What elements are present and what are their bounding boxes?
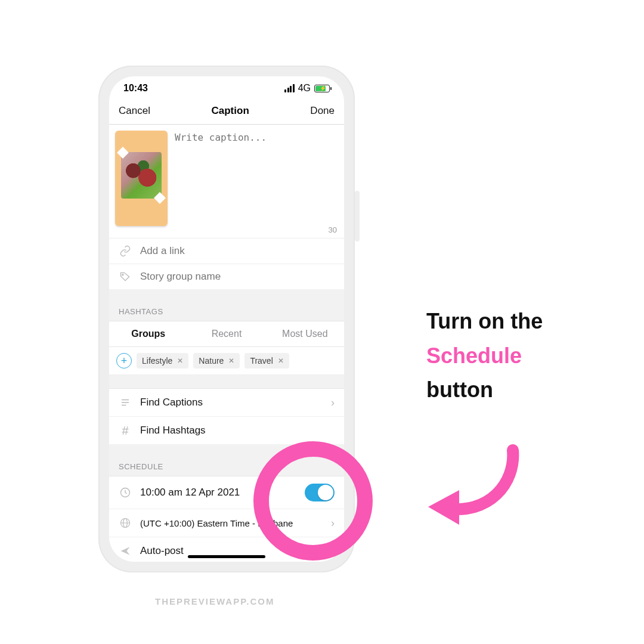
callout-highlight: Schedule bbox=[426, 343, 522, 368]
callout-line: button bbox=[426, 377, 493, 402]
tab-recent[interactable]: Recent bbox=[187, 321, 265, 346]
status-bar: 10:43 4G ⚡ bbox=[109, 76, 344, 100]
content: 30 HASHTAGS Groups Recent Most Used bbox=[109, 125, 344, 562]
hashtag-tabs: Groups Recent Most Used bbox=[109, 321, 344, 347]
row-label: Find Captions bbox=[140, 397, 323, 408]
chip-travel[interactable]: Travel✕ bbox=[244, 353, 289, 369]
chevron-right-icon: › bbox=[331, 517, 335, 530]
story-group-row[interactable] bbox=[109, 264, 344, 289]
clock: 10:43 bbox=[123, 83, 148, 94]
chip-label: Travel bbox=[250, 356, 273, 366]
close-icon[interactable]: ✕ bbox=[228, 357, 234, 365]
side-button bbox=[355, 191, 360, 242]
schedule-time-row[interactable]: 10:00 am 12 Apr 2021 bbox=[109, 476, 344, 509]
send-icon bbox=[119, 544, 132, 558]
hash-icon: # bbox=[119, 424, 132, 437]
chip-label: Lifestyle bbox=[142, 356, 172, 366]
page-title: Caption bbox=[212, 105, 249, 117]
post-thumbnail[interactable] bbox=[115, 131, 168, 226]
callout-line: Turn on the bbox=[426, 309, 543, 333]
clock-icon bbox=[119, 486, 132, 499]
network-label: 4G bbox=[298, 83, 311, 94]
done-button[interactable]: Done bbox=[310, 105, 335, 117]
schedule-datetime: 10:00 am 12 Apr 2021 bbox=[140, 487, 296, 499]
home-indicator[interactable] bbox=[188, 555, 265, 558]
svg-point-0 bbox=[122, 274, 123, 275]
story-group-input[interactable] bbox=[140, 271, 335, 283]
add-hashtag-group-button[interactable]: + bbox=[116, 353, 132, 369]
find-hashtags-row[interactable]: # Find Hashtags bbox=[109, 416, 344, 444]
hashtag-chip-row: + Lifestyle✕ Nature✕ Travel✕ bbox=[109, 347, 344, 375]
close-icon[interactable]: ✕ bbox=[177, 357, 183, 365]
schedule-toggle[interactable] bbox=[305, 484, 335, 501]
globe-icon bbox=[119, 516, 132, 530]
hashtags-header: HASHTAGS bbox=[109, 302, 344, 321]
timezone-row[interactable]: (UTC +10:00) Eastern Time - Brisbane › bbox=[109, 509, 344, 537]
tab-groups[interactable]: Groups bbox=[109, 321, 187, 346]
caption-input[interactable] bbox=[175, 131, 338, 236]
row-label: Find Hashtags bbox=[140, 425, 335, 436]
schedule-header: SCHEDULE bbox=[109, 457, 344, 476]
cancel-button[interactable]: Cancel bbox=[119, 105, 150, 117]
chevron-right-icon: › bbox=[331, 397, 335, 409]
screen: 10:43 4G ⚡ Cancel Caption Done 30 bbox=[109, 76, 344, 562]
add-link-row[interactable] bbox=[109, 238, 344, 264]
nav-bar: Cancel Caption Done bbox=[109, 100, 344, 125]
annotation-arrow-icon bbox=[417, 441, 525, 537]
timezone-label: (UTC +10:00) Eastern Time - Brisbane bbox=[140, 518, 323, 528]
lines-icon bbox=[119, 396, 132, 409]
link-icon bbox=[119, 244, 132, 258]
phone-frame: 10:43 4G ⚡ Cancel Caption Done 30 bbox=[98, 66, 355, 572]
signal-icon bbox=[284, 84, 295, 92]
tag-icon bbox=[119, 270, 132, 283]
footer-watermark: THEPREVIEWAPP.COM bbox=[155, 596, 274, 606]
add-link-input[interactable] bbox=[140, 245, 335, 257]
close-icon[interactable]: ✕ bbox=[278, 357, 284, 365]
chip-nature[interactable]: Nature✕ bbox=[193, 353, 240, 369]
status-right: 4G ⚡ bbox=[284, 83, 330, 94]
tab-most-used[interactable]: Most Used bbox=[266, 321, 344, 346]
caption-block: 30 bbox=[109, 125, 344, 238]
find-captions-row[interactable]: Find Captions › bbox=[109, 389, 344, 416]
caption-count: 30 bbox=[329, 225, 337, 234]
chip-lifestyle[interactable]: Lifestyle✕ bbox=[137, 353, 188, 369]
battery-icon: ⚡ bbox=[314, 85, 330, 92]
callout-text: Turn on the Schedule button bbox=[426, 304, 617, 407]
chip-label: Nature bbox=[199, 356, 224, 366]
